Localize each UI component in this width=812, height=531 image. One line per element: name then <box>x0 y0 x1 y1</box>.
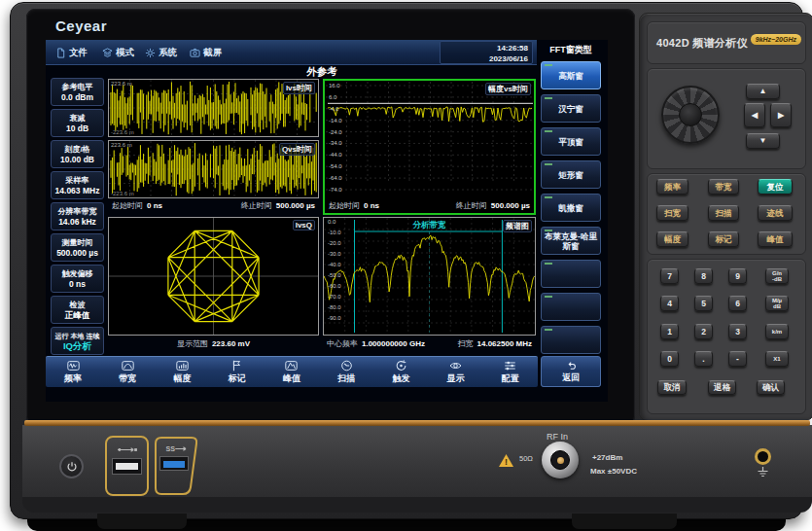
soft-button-empty[interactable] <box>541 293 601 321</box>
toolbar-label: 返回 <box>562 372 580 384</box>
key-9[interactable]: 9 <box>728 268 747 284</box>
soft-button-kaiser-window[interactable]: 凯撒窗 <box>541 194 601 222</box>
toolbar-marker[interactable]: 标记 <box>210 357 265 387</box>
arrow-down-key[interactable]: ▼ <box>746 133 780 149</box>
max-power-label: +27dBm <box>592 453 622 462</box>
soft-menu-header: FFT窗类型 <box>541 44 601 56</box>
toolbar-config[interactable]: 配置 <box>483 357 538 387</box>
toolbar-bandwidth[interactable]: 带宽 <box>100 357 155 387</box>
key-peak[interactable]: 峰值 <box>758 231 793 247</box>
key-backspace[interactable]: 退格 <box>708 380 736 395</box>
readout-label: 运行 本地 连续 <box>55 332 100 341</box>
amp-vs-time-plot <box>326 82 535 197</box>
ground-terminal <box>755 448 771 465</box>
key-7[interactable]: 7 <box>660 268 679 284</box>
toolbar-frequency[interactable]: 频率 <box>46 357 100 387</box>
readout-value: 正峰值 <box>65 310 90 320</box>
menu-item-screenshot[interactable]: 截屏 <box>190 40 222 65</box>
gear-icon <box>145 48 156 58</box>
soft-button-flattop-window[interactable]: 平顶窗 <box>541 127 601 156</box>
bottom-toolbar: 频率 带宽 幅度 标记 峰值 <box>46 356 538 387</box>
key-x1[interactable]: X1 <box>765 351 789 367</box>
start-time: 起始时间0 ns <box>112 200 162 211</box>
toolbar-peak[interactable]: 峰值 <box>265 357 319 387</box>
key-6[interactable]: 6 <box>728 296 747 311</box>
key-0[interactable]: 0 <box>660 351 679 367</box>
soft-button-hanning-window[interactable]: 汉宁窗 <box>541 94 601 123</box>
readout-value: 14.063 MHz <box>55 186 100 195</box>
key-minus[interactable]: - <box>728 351 747 367</box>
frequency-range-badge: 9kHz~20GHz <box>751 34 801 45</box>
key-span[interactable]: 扫宽 <box>656 205 688 221</box>
readout-trigger-offset: 触发偏移0 ns <box>51 265 104 293</box>
spectrum-axis-row: 中心频率1.000000000 GHz 扫宽14.062500 MHz <box>323 338 536 349</box>
soft-button-blackman-harris-window[interactable]: 布莱克曼-哈里斯窗 <box>541 227 601 255</box>
menu-bar: 文件 模式 系统 截屏 14:26:58 2023/06/16 <box>46 40 537 65</box>
usb3-port <box>159 456 189 471</box>
readout-run-state: 运行 本地 连续IQ分析 <box>51 327 104 355</box>
key-trace[interactable]: 迹线 <box>758 205 793 221</box>
toolbar-trigger[interactable]: 触发 <box>373 357 428 387</box>
key-8[interactable]: 8 <box>694 268 713 284</box>
y-min-label: -223.6 m <box>111 129 134 135</box>
rf-connector-pin <box>557 457 564 464</box>
readout-value: 10 dB <box>66 124 88 133</box>
soft-button-empty[interactable] <box>541 326 601 354</box>
plot-title: 幅度vs时间 <box>485 83 531 95</box>
key-5[interactable]: 5 <box>694 296 713 311</box>
key-unit-giga[interactable]: G/n -dB <box>765 268 789 284</box>
toolbar-back-button[interactable]: 返回 <box>541 356 601 387</box>
usb2-port-group <box>105 436 149 496</box>
soft-button-empty[interactable] <box>541 260 601 288</box>
key-marker[interactable]: 标记 <box>708 231 739 247</box>
toolbar-label: 带宽 <box>119 372 136 385</box>
readout-attenuation: 衰减10 dB <box>51 109 104 137</box>
menu-item-label: 文件 <box>69 47 88 59</box>
key-bandwidth[interactable]: 带宽 <box>708 179 739 195</box>
toolbar-amplitude[interactable]: 幅度 <box>155 357 209 387</box>
toolbar-display[interactable]: 显示 <box>429 357 483 387</box>
front-panel-base <box>22 497 812 513</box>
key-3[interactable]: 3 <box>728 324 747 339</box>
menu-item-label: 系统 <box>159 47 177 59</box>
warning-icon: ! <box>498 453 514 468</box>
usb-ss-icon: SS <box>153 440 203 457</box>
config-sliders-icon <box>503 359 517 372</box>
arrow-right-key[interactable]: ▶ <box>770 103 792 127</box>
readout-value: IQ分析 <box>63 341 91 351</box>
impedance-label: 50Ω <box>519 454 533 463</box>
menu-item-mode[interactable]: 模式 <box>102 40 134 65</box>
rf-in-label: RF In <box>547 432 568 442</box>
arrow-left-key[interactable]: ◀ <box>744 103 765 127</box>
menu-item-file[interactable]: 文件 <box>55 40 88 65</box>
soft-button-rectangular-window[interactable]: 矩形窗 <box>541 160 601 189</box>
plot-title: Ivs时间 <box>283 82 315 94</box>
key-reset[interactable]: 复位 <box>758 179 793 195</box>
clock-date: 2023/06/16 <box>441 53 528 64</box>
key-amplitude[interactable]: 幅度 <box>656 231 688 247</box>
rotary-knob[interactable] <box>661 86 720 144</box>
key-sweep[interactable]: 扫描 <box>708 205 739 221</box>
toolbar-label: 频率 <box>64 372 82 385</box>
menu-item-system[interactable]: 系统 <box>145 40 177 65</box>
key-2[interactable]: 2 <box>694 324 713 339</box>
power-button[interactable] <box>59 454 84 478</box>
key-decimal[interactable]: . <box>694 351 713 367</box>
readout-label: 刻度/格 <box>64 145 89 155</box>
key-frequency[interactable]: 频率 <box>656 179 688 195</box>
soft-button-gaussian-window[interactable]: 高斯窗 <box>541 61 601 89</box>
key-1[interactable]: 1 <box>660 324 679 339</box>
brand-logo: Ceyear <box>55 18 107 34</box>
key-unit-kilo[interactable]: k/m <box>765 324 789 339</box>
svg-text:!: ! <box>505 457 508 467</box>
key-confirm[interactable]: 确认 <box>757 380 785 395</box>
key-unit-mega[interactable]: M/µ dB <box>765 296 789 311</box>
key-cancel[interactable]: 取消 <box>657 380 687 395</box>
max-dc-label: Max ±50VDC <box>590 467 637 476</box>
toolbar-label: 标记 <box>229 372 246 385</box>
readout-sample-rate: 采样率14.063 MHz <box>51 171 104 199</box>
toolbar-sweep[interactable]: 扫描 <box>319 357 373 387</box>
readout-value: 0 ns <box>69 279 86 289</box>
key-4[interactable]: 4 <box>660 296 679 311</box>
arrow-up-key[interactable]: ▲ <box>746 84 780 99</box>
